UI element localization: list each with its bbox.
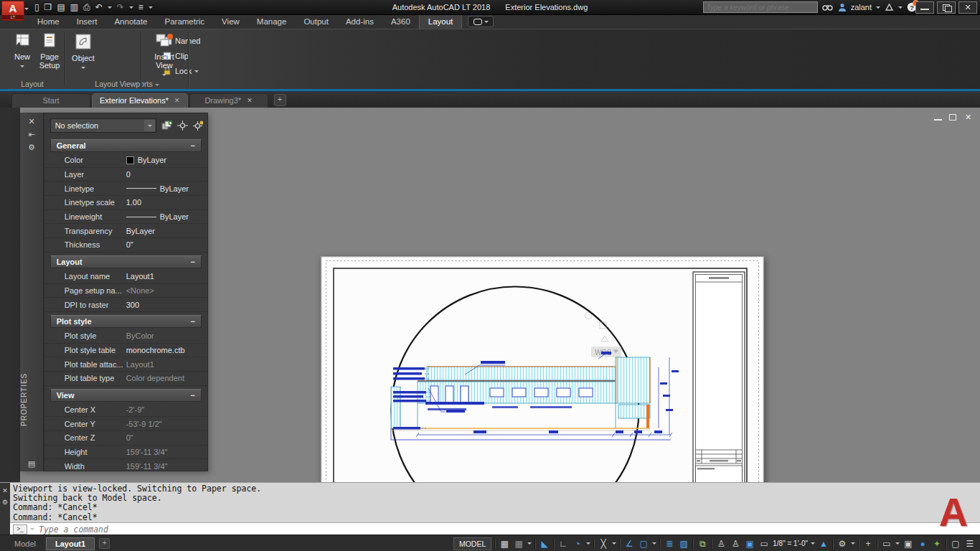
section-header-plot-style[interactable]: Plot style− <box>50 315 202 328</box>
command-tools-icon[interactable]: ⚙ <box>0 499 10 506</box>
drawing-close-button[interactable]: ✕ <box>963 113 973 121</box>
drawing-restore-button[interactable] <box>948 113 958 121</box>
layout1-tab[interactable]: Layout1 <box>46 537 95 550</box>
viewport-object-caret-icon[interactable] <box>81 67 85 71</box>
prop-value-thickness[interactable]: 0" <box>126 240 207 249</box>
prop-value-width[interactable]: 159'-11 3/4" <box>126 462 207 471</box>
prop-value-plot-style-table[interactable]: monochrome.ctb <box>126 346 207 354</box>
prop-value-layer[interactable]: 0 <box>126 170 207 179</box>
close-button[interactable]: ✕ <box>958 1 977 14</box>
undo-icon[interactable]: ↶ <box>95 0 103 14</box>
prop-value-height[interactable]: 159'-11 3/4" <box>126 448 207 456</box>
isolate-objects-icon[interactable]: ▣ <box>903 537 914 550</box>
viewport-scale-caret-icon[interactable] <box>811 542 815 547</box>
ribbon-tab-annotate[interactable]: Annotate <box>105 14 156 29</box>
minimize-button[interactable] <box>915 1 934 14</box>
sync-icon[interactable]: ✦ <box>931 537 943 550</box>
command-input[interactable] <box>37 524 980 535</box>
isodraft-icon[interactable]: ╳ <box>598 537 609 550</box>
file-tab-close-icon[interactable]: ✕ <box>247 94 253 108</box>
collapse-icon[interactable]: − <box>191 317 195 326</box>
snap-mode-icon[interactable]: ◣ <box>539 537 550 550</box>
toggle-pickadd-icon[interactable] <box>161 121 172 131</box>
otrack-icon[interactable]: ∠ <box>623 537 635 550</box>
transparency-icon[interactable]: ▨ <box>678 537 689 550</box>
a360-icon[interactable] <box>885 3 894 11</box>
prop-value-center-y[interactable]: -53'-9 1/2" <box>126 420 207 428</box>
qat-customize-icon[interactable]: ≡ <box>138 0 143 14</box>
restore-button[interactable] <box>937 1 956 14</box>
qat-customize-caret-icon[interactable] <box>149 6 153 11</box>
ribbon-tab-manage[interactable]: Manage <box>248 14 296 29</box>
selection-cycling-icon[interactable]: ⧉ <box>697 537 708 550</box>
annotation-lock-icon[interactable]: ▣ <box>744 537 755 550</box>
a360-caret-icon[interactable] <box>898 6 903 11</box>
osnap-icon[interactable]: ▢ <box>638 537 649 550</box>
prop-value-layout-name[interactable]: Layout1 <box>126 272 207 281</box>
collapse-icon[interactable]: − <box>191 258 195 266</box>
polar-tracking-icon[interactable]: ◔ <box>572 537 583 550</box>
selection-caret-icon[interactable] <box>148 125 152 129</box>
ribbon-tab-home[interactable]: Home <box>29 14 68 29</box>
file-tab-close-icon[interactable]: ✕ <box>174 94 180 108</box>
lineweight-icon[interactable]: ≣ <box>664 537 675 550</box>
workspace-gear-icon[interactable]: ⚙ <box>837 537 848 550</box>
title-block[interactable] <box>693 272 745 482</box>
prop-value-plot-style[interactable]: ByColor <box>126 331 207 340</box>
prop-value-dpi-to-raster[interactable]: 300 <box>126 301 207 309</box>
viewport-maximize-icon[interactable]: ▭ <box>758 537 770 550</box>
plus-icon[interactable]: + <box>862 537 874 550</box>
selection-dropdown[interactable]: No selection <box>50 118 157 133</box>
ribbon-tab-layout[interactable]: Layout <box>419 14 463 29</box>
new-file-icon[interactable]: ▯ <box>34 0 39 14</box>
signed-in-user[interactable]: zalant <box>851 3 872 11</box>
page-setup-button[interactable]: Page Setup <box>33 32 66 70</box>
redo-caret-icon[interactable] <box>129 6 133 11</box>
section-header-general[interactable]: General− <box>50 139 202 152</box>
select-objects-icon[interactable] <box>177 121 187 131</box>
prop-value-center-z[interactable]: 0" <box>126 433 207 442</box>
insert-view-caret-icon[interactable] <box>162 74 166 78</box>
redo-icon[interactable]: ↷ <box>117 0 124 14</box>
ribbon-tab-add-ins[interactable]: Add-ins <box>337 14 382 29</box>
prop-value-color[interactable]: ByLayer <box>126 156 207 164</box>
polar-tracking-caret-icon[interactable] <box>586 542 590 547</box>
prop-value-plot-table-attac[interactable]: Layout1 <box>126 360 207 369</box>
snap-grid-icon[interactable]: ▦ <box>513 537 524 550</box>
new-drawing-tab-button[interactable]: + <box>274 94 286 106</box>
collapse-icon[interactable]: − <box>191 141 195 150</box>
drawing-canvas[interactable]: ✕ <box>0 108 980 482</box>
workspace-gear-caret-icon[interactable] <box>851 542 855 547</box>
lock-caret-icon[interactable] <box>194 70 199 75</box>
viewport-controls-icon[interactable]: ▭ <box>881 537 892 550</box>
ribbon-tab-output[interactable]: Output <box>295 14 337 29</box>
command-close-icon[interactable]: ✕ <box>0 487 10 494</box>
prop-value-lineweight[interactable]: ByLayer <box>126 212 207 221</box>
user-menu-caret-icon[interactable] <box>876 6 880 11</box>
prop-value-transparency[interactable]: ByLayer <box>126 227 207 235</box>
save-as-icon[interactable]: ▥ <box>70 0 78 14</box>
recent-commands-caret-icon[interactable] <box>30 528 34 532</box>
command-history[interactable]: Viewport is view-locked. Switching to Pa… <box>13 484 924 522</box>
search-input[interactable] <box>703 1 818 13</box>
model-space-toggle[interactable]: MODEL <box>453 537 491 550</box>
prop-value-page-setup-na[interactable]: <None> <box>126 286 207 295</box>
viewport-controls-caret-icon[interactable] <box>895 542 900 547</box>
annotation-autoscale-icon[interactable]: ♙ <box>730 537 741 550</box>
prop-value-center-x[interactable]: -2'-9" <box>126 405 207 414</box>
save-icon[interactable]: ▤ <box>57 0 65 14</box>
graphics-performance-icon[interactable]: ● <box>917 537 928 550</box>
quick-select-icon[interactable] <box>193 121 203 131</box>
section-header-view[interactable]: View− <box>50 389 202 402</box>
ribbon-tab-a360[interactable]: A360 <box>382 14 419 29</box>
file-tab-start[interactable]: Start <box>11 93 90 108</box>
snap-grid-caret-icon[interactable] <box>527 542 532 547</box>
grid-icon[interactable]: ▦ <box>499 537 510 550</box>
viewport-scale[interactable]: 1/8" = 1'-0" <box>773 540 808 547</box>
collapse-icon[interactable]: − <box>191 391 195 400</box>
drawing-minimize-button[interactable] <box>933 113 943 121</box>
annotation-scale-icon[interactable]: ▲ <box>818 537 829 550</box>
panel-label-layout[interactable]: Layout <box>0 80 65 89</box>
palette-settings-gear-icon[interactable]: ⚙ <box>20 143 43 152</box>
layout-paper[interactable]: WCS <box>321 256 764 482</box>
